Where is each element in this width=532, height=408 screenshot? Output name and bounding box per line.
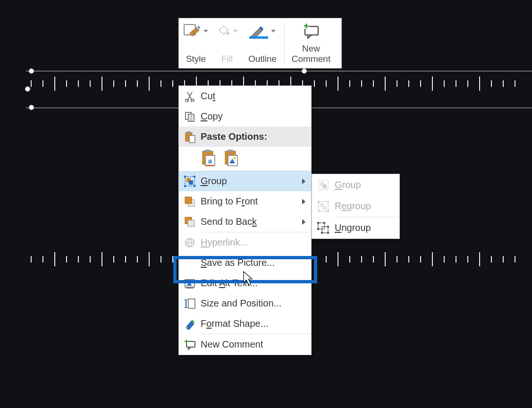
ruler-tick — [420, 256, 421, 263]
menu-item-new-comment[interactable]: New Comment — [179, 334, 311, 355]
ruler-tick — [408, 256, 409, 263]
menu-label: Copy — [201, 111, 311, 122]
ruler-tick — [515, 80, 515, 87]
menu-label: New Comment — [201, 339, 311, 350]
ruler-tick — [125, 80, 126, 87]
outline-button[interactable]: Outline — [241, 18, 284, 68]
dropdown-arrow-icon — [233, 30, 238, 33]
ruler-tick — [78, 80, 79, 87]
svg-rect-50 — [318, 210, 320, 212]
group-submenu: Group Regroup Ungroup — [312, 174, 400, 239]
submenu-item-ungroup[interactable]: Ungroup — [312, 217, 399, 238]
submenu-label: Group — [335, 179, 399, 190]
paste-keep-source-button[interactable]: a — [201, 149, 218, 168]
svg-rect-29 — [184, 185, 186, 187]
size-position-icon — [179, 298, 201, 309]
submenu-label: Regroup — [335, 201, 399, 212]
menu-item-size-and-position[interactable]: Size and Position... — [179, 293, 311, 314]
new-comment-button[interactable]: New Comment — [285, 18, 337, 68]
menu-item-hyperlink: Hyperlink... — [179, 232, 311, 253]
ruler-tick — [349, 80, 350, 87]
svg-rect-56 — [317, 228, 319, 230]
ruler-tick — [515, 256, 515, 263]
fill-label: Fill — [221, 54, 233, 64]
context-menu: Cut Copy Paste Options: a — [178, 85, 312, 355]
svg-rect-44 — [322, 184, 327, 188]
svg-rect-26 — [189, 180, 193, 185]
ruler-tick — [113, 80, 114, 87]
ruler-tick — [420, 80, 421, 87]
menu-label: Send to Back — [201, 216, 311, 227]
selection-handle[interactable] — [25, 86, 30, 92]
toolbar-separator — [284, 22, 285, 64]
menu-item-cut[interactable]: Cut — [179, 86, 311, 106]
new-comment-icon — [179, 339, 201, 350]
svg-rect-39 — [188, 299, 195, 308]
svg-point-23 — [234, 157, 236, 160]
svg-rect-49 — [327, 201, 329, 203]
dropdown-arrow-icon — [271, 30, 276, 33]
svg-rect-55 — [323, 222, 325, 224]
menu-label: Edit Alt Text... — [201, 278, 311, 289]
ruler-tick — [479, 76, 480, 91]
group-icon — [312, 179, 335, 191]
menu-label: Hyperlink... — [201, 237, 311, 248]
svg-point-6 — [191, 99, 194, 102]
hyperlink-icon — [179, 237, 201, 248]
svg-rect-10 — [187, 131, 191, 134]
ruler-tick — [31, 80, 32, 87]
menu-item-save-as-picture[interactable]: Save as Picture... — [179, 253, 311, 273]
menu-item-group[interactable]: Group — [179, 171, 311, 191]
ruler-tick — [54, 76, 55, 91]
send-to-back-icon — [179, 216, 201, 228]
alt-text-icon — [179, 278, 201, 289]
fill-button[interactable]: Fill — [213, 18, 241, 68]
ruler-tick — [42, 256, 43, 263]
svg-point-1 — [227, 32, 229, 35]
paste-picture-button[interactable] — [223, 149, 240, 168]
svg-marker-37 — [186, 282, 192, 286]
paste-option-row: a — [179, 147, 311, 170]
ruler-tick — [314, 256, 315, 263]
submenu-item-group: Group — [312, 174, 399, 196]
outline-icon — [249, 23, 268, 39]
svg-rect-59 — [327, 232, 329, 234]
svg-point-38 — [191, 280, 193, 282]
ruler-tick — [349, 256, 350, 263]
selection-handle[interactable] — [302, 68, 307, 74]
ruler-tick — [125, 256, 126, 263]
ruler-tick — [137, 256, 138, 263]
ruler-tick — [338, 76, 338, 91]
svg-rect-20 — [228, 150, 233, 153]
svg-rect-54 — [317, 222, 319, 224]
ruler-tick — [31, 256, 32, 263]
selection-handle[interactable] — [29, 68, 34, 74]
submenu-arrow-icon — [302, 219, 305, 225]
ruler-tick — [172, 80, 173, 87]
svg-rect-2 — [249, 36, 268, 39]
menu-item-edit-alt-text[interactable]: Edit Alt Text... — [179, 273, 311, 293]
submenu-arrow-icon — [302, 178, 305, 184]
menu-item-bring-to-front[interactable]: Bring to Front — [179, 191, 311, 212]
menu-item-format-shape[interactable]: Format Shape... — [179, 314, 311, 334]
ruler-tick — [54, 252, 55, 266]
ruler-tick — [503, 80, 504, 87]
ruler-tick — [467, 80, 468, 87]
svg-rect-27 — [184, 176, 186, 178]
ruler-tick — [361, 256, 362, 263]
ruler-tick — [42, 80, 43, 87]
svg-rect-41 — [186, 341, 195, 347]
menu-item-send-to-back[interactable]: Send to Back — [179, 212, 311, 232]
new-comment-label: New Comment — [292, 43, 330, 64]
menu-label: Bring to Front — [201, 196, 311, 207]
svg-rect-11 — [189, 136, 195, 143]
ruler-tick — [397, 256, 397, 263]
selection-handle[interactable] — [29, 105, 34, 110]
ruler-tick — [456, 80, 456, 87]
ruler-tick — [66, 80, 67, 87]
ruler-tick — [373, 256, 374, 263]
style-button[interactable]: Style — [179, 18, 213, 68]
ruler-tick — [467, 256, 468, 263]
svg-rect-51 — [327, 210, 329, 212]
menu-item-copy[interactable]: Copy — [179, 106, 311, 127]
